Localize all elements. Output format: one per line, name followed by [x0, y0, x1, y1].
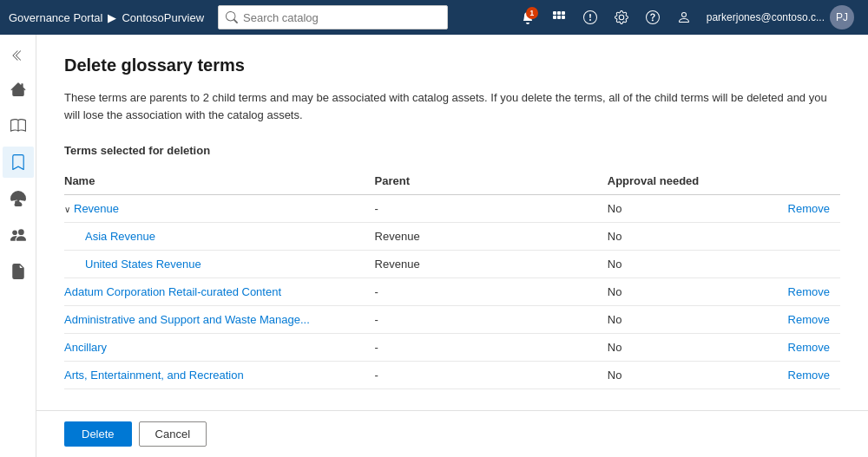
col-header-approval: Approval needed: [608, 167, 763, 195]
approval-cell: No: [608, 223, 763, 251]
nav-brand[interactable]: Governance Portal ▶ ContosoPurview: [9, 11, 204, 24]
sidebar-collapse-button[interactable]: [3, 42, 34, 69]
glossary-icon: [10, 154, 26, 170]
cancel-button[interactable]: Cancel: [139, 421, 207, 447]
search-icon: [226, 11, 238, 23]
table-header-row: Name Parent Approval needed: [64, 167, 840, 195]
search-bar[interactable]: [218, 5, 448, 29]
approval-cell: No: [608, 278, 763, 306]
remove-button-ancillary[interactable]: Remove: [788, 341, 830, 354]
user-avatar: PJ: [830, 5, 854, 29]
term-link-adatum[interactable]: Adatum Corporation Retail-curated Conten…: [64, 285, 281, 298]
top-navigation: Governance Portal ▶ ContosoPurview 1: [0, 0, 868, 35]
sidebar-item-glossary[interactable]: [3, 147, 34, 178]
approval-cell: No: [608, 306, 763, 334]
search-input[interactable]: [243, 11, 440, 24]
remove-button-admin-support[interactable]: Remove: [788, 313, 830, 326]
help-button[interactable]: [639, 3, 667, 31]
question-icon: [646, 10, 660, 24]
gear-icon: [615, 10, 628, 24]
col-header-action: [763, 167, 840, 195]
catalog-icon: [10, 118, 26, 134]
settings-button[interactable]: [608, 3, 635, 31]
chevron-left-icon: [12, 49, 24, 62]
table-row: United States RevenueRevenueNo: [64, 251, 840, 278]
term-link-revenue[interactable]: Revenue: [74, 202, 119, 215]
table-row: Administrative and Support and Waste Man…: [64, 306, 840, 334]
warning-message: These terms are parents to 2 child terms…: [64, 89, 840, 123]
term-link-admin-support[interactable]: Administrative and Support and Waste Man…: [64, 313, 310, 326]
term-link-us-revenue[interactable]: United States Revenue: [85, 258, 201, 271]
parent-cell: -: [375, 306, 608, 334]
terms-table: Name Parent Approval needed ∨Revenue-NoR…: [64, 167, 840, 389]
nav-icons: 1: [514, 3, 859, 31]
approval-cell: No: [608, 334, 763, 362]
parent-cell: -: [375, 362, 608, 389]
chevron-down-icon[interactable]: ∨: [64, 205, 70, 214]
notification-badge: 1: [526, 7, 538, 19]
table-row: Ancillary-NoRemove: [64, 334, 840, 362]
parent-cell: -: [375, 195, 608, 223]
user-area[interactable]: parkerjones@contoso.c... PJ: [701, 5, 859, 29]
remove-button-arts[interactable]: Remove: [788, 369, 830, 382]
insights-icon: [10, 191, 26, 206]
notifications-button[interactable]: 1: [514, 3, 542, 31]
sidebar-item-datamap[interactable]: [3, 256, 34, 287]
sidebar: [0, 35, 36, 457]
user-profile-button[interactable]: [670, 3, 698, 31]
approval-cell: No: [608, 195, 763, 223]
approval-cell: No: [608, 251, 763, 278]
table-row: Adatum Corporation Retail-curated Conten…: [64, 278, 840, 306]
bottom-bar: Delete Cancel: [36, 410, 868, 457]
alert-button[interactable]: [576, 3, 604, 31]
apps-icon: [552, 10, 566, 24]
brand-primary-label: Governance Portal: [9, 11, 102, 24]
col-header-parent: Parent: [375, 167, 608, 195]
page-title: Delete glossary terms: [64, 55, 840, 75]
term-link-ancillary[interactable]: Ancillary: [64, 341, 107, 354]
content-area: Delete glossary terms These terms are pa…: [36, 35, 868, 410]
parent-cell: -: [375, 278, 608, 306]
sidebar-item-home[interactable]: [3, 74, 34, 105]
parent-cell: Revenue: [375, 223, 608, 251]
user-name: parkerjones@contoso.c...: [707, 11, 825, 23]
approval-cell: No: [608, 362, 763, 389]
brand-secondary-label: ContosoPurview: [122, 11, 204, 24]
table-row: Asia RevenueRevenueNo: [64, 223, 840, 251]
remove-button-adatum[interactable]: Remove: [788, 285, 830, 298]
remove-button-revenue[interactable]: Remove: [788, 202, 830, 215]
table-row: Arts, Entertainment, and Recreation-NoRe…: [64, 362, 840, 389]
management-icon: [10, 227, 26, 243]
main-layout: Delete glossary terms These terms are pa…: [0, 35, 868, 457]
col-header-name: Name: [64, 167, 375, 195]
apps-button[interactable]: [545, 3, 573, 31]
parent-cell: Revenue: [375, 251, 608, 278]
term-link-asia-revenue[interactable]: Asia Revenue: [85, 230, 155, 243]
sidebar-item-insights[interactable]: [3, 183, 34, 214]
brand-separator-icon: ▶: [108, 11, 116, 24]
home-icon: [10, 82, 26, 97]
person-icon: [677, 10, 691, 24]
alert-icon: [583, 10, 597, 24]
sidebar-item-management[interactable]: [3, 219, 34, 251]
delete-button[interactable]: Delete: [64, 421, 132, 447]
section-label: Terms selected for deletion: [64, 144, 840, 157]
parent-cell: -: [375, 334, 608, 362]
sidebar-item-catalog[interactable]: [3, 110, 34, 141]
table-row: ∨Revenue-NoRemove: [64, 195, 840, 223]
term-link-arts[interactable]: Arts, Entertainment, and Recreation: [64, 369, 244, 382]
datamap-icon: [10, 264, 26, 279]
